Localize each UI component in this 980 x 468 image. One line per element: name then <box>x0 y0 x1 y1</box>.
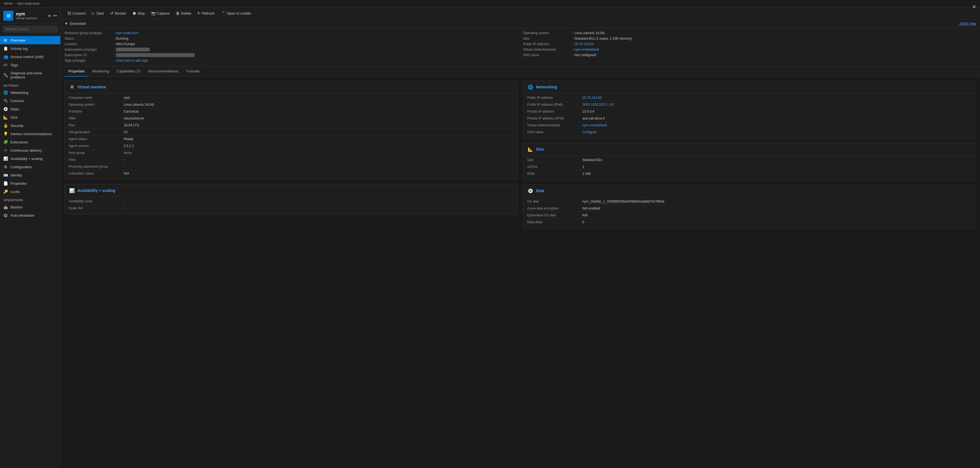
pin-icon[interactable]: ★ <box>48 13 51 18</box>
properties-content: 🖥 Virtual machineComputer name nymOperat… <box>60 77 980 468</box>
sidebar-item-overview[interactable]: ⊞ Overview <box>0 36 60 44</box>
essentials-header: ▼ Essentials JSON View <box>60 19 980 28</box>
toolbar-start-button[interactable]: ▷ Start <box>89 10 107 17</box>
tab-tutorials[interactable]: Tutorials <box>182 67 204 76</box>
toolbar-open-mobile-button[interactable]: 📱 Open in mobile <box>218 10 253 17</box>
essentials-label: Subscription ID <box>65 53 114 57</box>
prop-card-header: 📐 Size <box>523 143 976 155</box>
sidebar-item-availability[interactable]: 📊 Availability + scaling <box>0 154 60 163</box>
prop-val: - <box>124 158 514 162</box>
essentials-link[interactable]: 20.76.243.63 <box>574 42 594 46</box>
sidebar-item-continuous-delivery[interactable]: ♾ Continuous delivery <box>0 146 60 154</box>
prop-row: Agent status Ready <box>68 136 514 143</box>
breadcrumb-sep-2: › <box>41 2 42 5</box>
sidebar-item-access-control[interactable]: 👥 Access control (IAM) <box>0 52 60 61</box>
open-mobile-label: Open in mobile <box>227 11 251 16</box>
sidebar-item-locks[interactable]: 🔑 Locks <box>0 187 60 196</box>
prop-val: 0 <box>582 220 972 224</box>
more-icon[interactable]: ••• <box>53 13 57 18</box>
prop-row: Scale Set - <box>68 205 514 211</box>
connect-label: Connect <box>73 11 86 16</box>
prop-val: N/A <box>582 213 972 217</box>
json-view-link[interactable]: JSON View <box>959 22 976 25</box>
sidebar-item-properties[interactable]: 📄 Properties <box>0 179 60 187</box>
sidebar-item-configuration[interactable]: ⚙ Configuration <box>0 163 60 171</box>
prop-link[interactable]: nym-vnet/default <box>582 123 607 127</box>
nav-icon-disks: 💿 <box>3 107 8 111</box>
sidebar-item-identity[interactable]: 🪪 Identity <box>0 171 60 179</box>
prop-val: Configure <box>582 130 972 134</box>
prop-link[interactable]: 20.76.243.63 <box>582 96 601 100</box>
tab-properties[interactable]: Properties <box>65 67 89 76</box>
sidebar-item-networking[interactable]: 🌐 Networking <box>0 88 60 97</box>
nav-label-disks: Disks <box>11 107 19 111</box>
sidebar-item-tags[interactable]: 🏷 Tags <box>0 61 60 69</box>
capture-icon: 📷 <box>151 11 156 16</box>
breadcrumb-home[interactable]: Home <box>4 2 13 5</box>
essentials-right: Operating system : Linux (ubuntu 18.04)S… <box>523 30 976 63</box>
essentials-label: Operating system <box>523 31 573 35</box>
prop-link[interactable]: Configure <box>582 130 597 134</box>
sidebar-item-diagnose[interactable]: 🔧 Diagnose and solve problems <box>0 69 60 81</box>
essentials-link[interactable]: nym-vnet/default <box>574 48 599 51</box>
prop-link[interactable]: 2603:1020:203:3::1b7 <box>582 103 614 106</box>
nav-label-availability: Availability + scaling <box>11 157 43 161</box>
essentials-label: Tags (change) <box>65 59 114 62</box>
prop-val: nym <box>124 96 514 100</box>
refresh-label: Refresh <box>202 11 215 16</box>
essentials-label: Status <box>65 36 114 40</box>
breadcrumb: Home › nym-node-burn › <box>0 0 980 8</box>
prop-card-body: Size Standard B1svCPUs 1RAM 1 GiB <box>523 155 976 180</box>
sidebar-item-auto-shutdown[interactable]: ⏻ Auto-shutdown <box>0 211 60 219</box>
essentials-chevron[interactable]: ▼ <box>65 21 68 25</box>
prop-link[interactable]: None <box>124 151 132 155</box>
prop-key: DNS name <box>527 130 582 134</box>
close-button[interactable]: ✕ <box>972 4 976 10</box>
sidebar-item-activity-log[interactable]: 📋 Activity log <box>0 44 60 52</box>
prop-card-title: Disk <box>536 189 544 193</box>
prop-key: Proximity placement group <box>68 165 124 168</box>
sidebar-item-connect[interactable]: 🔌 Connect <box>0 97 60 105</box>
nav-icon-overview: ⊞ <box>3 38 8 43</box>
prop-row: Virtual network/subnet nym-vnet/default <box>527 122 972 129</box>
nav-label-security: Security <box>11 124 24 128</box>
nav-icon-tags: 🏷 <box>3 63 8 67</box>
sidebar-item-security[interactable]: 🔒 Security <box>0 121 60 130</box>
nav-label-diagnose: Diagnose and solve problems <box>11 71 57 79</box>
prop-row: DNS name Configure <box>527 129 972 135</box>
prop-val: - <box>124 206 514 210</box>
sidebar-header: 🖥 nym Virtual machine ★ ••• <box>0 8 60 24</box>
essentials-link[interactable]: Click here to add tags <box>116 59 148 62</box>
essentials-link[interactable]: nym-node-burn <box>116 31 138 35</box>
search-input[interactable] <box>3 26 57 32</box>
sidebar-item-size[interactable]: 📐 Size <box>0 113 60 121</box>
prop-row: Ephemeral OS disk N/A <box>527 212 972 219</box>
essentials-label: Subscription (change) <box>65 48 114 51</box>
prop-key: Computer name <box>68 96 124 100</box>
sidebar-item-extensions[interactable]: 🧩 Extensions <box>0 138 60 146</box>
nav-label-tags: Tags <box>11 63 18 67</box>
toolbar-stop-button[interactable]: ⏹ Stop <box>129 10 148 17</box>
prop-val: nym_OsDisk_1_7928962035e64f3db01bdd4d742… <box>582 200 972 203</box>
tab-monitoring[interactable]: Monitoring <box>89 67 113 76</box>
refresh-icon: ↻ <box>197 11 200 16</box>
toolbar: ⛓ Connect▷ Start↺ Restart⏹ Stop📷 Capture… <box>60 8 980 19</box>
toolbar-connect-button[interactable]: ⛓ Connect <box>65 10 89 17</box>
prop-key: Public IP address <box>527 96 582 100</box>
tab-recommendations[interactable]: Recommendations <box>145 67 182 76</box>
toolbar-capture-button[interactable]: 📷 Capture <box>148 10 172 17</box>
prop-key: Agent status <box>68 137 124 141</box>
toolbar-delete-button[interactable]: 🗑 Delete <box>173 10 194 17</box>
toolbar-restart-button[interactable]: ↺ Restart <box>107 10 129 17</box>
essentials-row: Public IP address : 20.76.243.63 <box>523 41 976 47</box>
toolbar-refresh-button[interactable]: ↻ Refresh <box>194 10 218 17</box>
sidebar-nav: ⊞ Overview📋 Activity log👥 Access control… <box>0 35 60 468</box>
sidebar-item-bastion[interactable]: 🏰 Bastion <box>0 203 60 211</box>
sidebar-item-advisor[interactable]: 💡 Advisor recommendations <box>0 130 60 138</box>
essentials-row: Virtual network/subnet : nym-vnet/defaul… <box>523 47 976 52</box>
sidebar-item-disks[interactable]: 💿 Disks <box>0 105 60 113</box>
properties-grid: 🖥 Virtual machineComputer name nymOperat… <box>65 81 976 233</box>
prop-card-icon: 🌐 <box>527 84 534 90</box>
breadcrumb-nym-node-burn[interactable]: nym-node-burn <box>17 2 40 5</box>
tab-capabilities[interactable]: Capabilities (7) <box>113 67 145 76</box>
